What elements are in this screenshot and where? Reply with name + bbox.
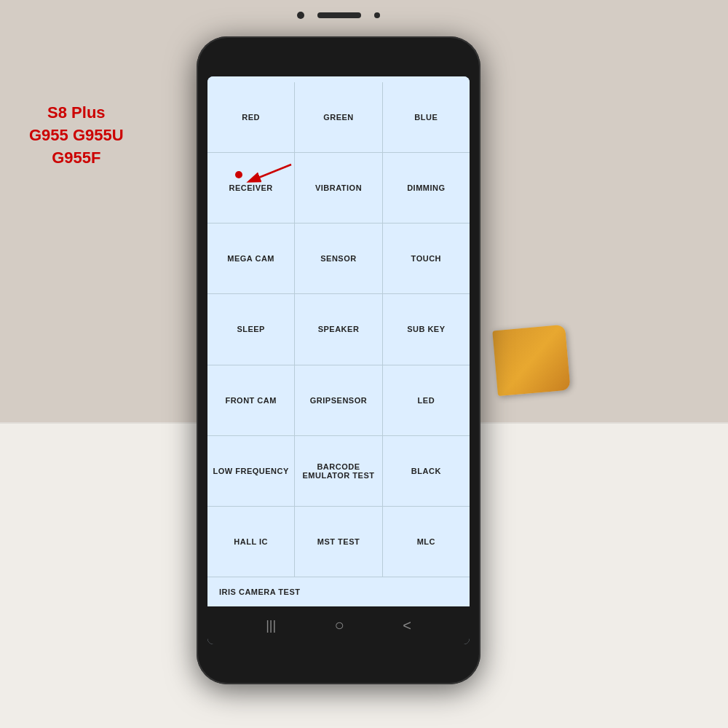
test-cell-gripsensor[interactable]: GRIPSENSOR <box>295 365 381 435</box>
flex-cable <box>492 325 570 396</box>
test-cell-black[interactable]: BLACK <box>383 436 470 506</box>
phone-top-bar <box>207 12 470 19</box>
test-grid: RED GREEN BLUE RECEIVER VIBRATION DIMMIN… <box>207 82 470 577</box>
test-cell-front-cam[interactable]: FRONT CAM <box>207 365 294 435</box>
test-cell-green[interactable]: GREEN <box>295 82 381 152</box>
annotation-line3: G955F <box>52 149 100 167</box>
test-cell-dimming[interactable]: DIMMING <box>383 153 470 223</box>
test-cell-mlc[interactable]: MLC <box>383 507 470 577</box>
recent-apps-button[interactable]: ||| <box>266 618 276 633</box>
test-cell-speaker[interactable]: SPEAKER <box>295 294 381 364</box>
svg-line-1 <box>250 165 291 181</box>
screen-content: RED GREEN BLUE RECEIVER VIBRATION DIMMIN… <box>207 76 470 606</box>
annotation-line2: G955 G955U <box>29 126 124 144</box>
test-cell-iris-camera[interactable]: IRIS CAMERA TEST <box>207 577 470 606</box>
annotation-line1: S8 Plus <box>47 103 105 122</box>
sensor-dot <box>374 12 380 18</box>
test-cell-low-frequency[interactable]: LOW FREQUENCY <box>207 436 294 506</box>
back-button[interactable]: < <box>403 617 411 634</box>
test-cell-blue[interactable]: BLUE <box>383 82 470 152</box>
home-button[interactable]: ○ <box>335 616 344 635</box>
test-cell-touch[interactable]: TOUCH <box>383 223 470 293</box>
front-camera-dot <box>297 12 304 19</box>
test-cell-hall-ic[interactable]: HALL IC <box>207 507 294 577</box>
test-cell-sub-key[interactable]: SUB KEY <box>383 294 470 364</box>
test-cell-vibration[interactable]: VIBRATION <box>295 153 381 223</box>
phone-screen: RED GREEN BLUE RECEIVER VIBRATION DIMMIN… <box>207 76 470 644</box>
test-cell-mst-test[interactable]: MST TEST <box>295 507 381 577</box>
model-annotation: S8 Plus G955 G955U G955F <box>29 102 124 169</box>
nav-bar: ||| ○ < <box>207 606 470 644</box>
test-cell-red[interactable]: RED <box>207 82 294 152</box>
test-cell-led[interactable]: LED <box>383 365 470 435</box>
test-cell-mega-cam[interactable]: MEGA CAM <box>207 223 294 293</box>
test-cell-barcode-emulator[interactable]: BARCODE EMULATOR TEST <box>295 436 381 506</box>
test-cell-sensor[interactable]: SENSOR <box>295 223 381 293</box>
test-cell-sleep[interactable]: SLEEP <box>207 294 294 364</box>
arrow-annotation <box>237 161 295 190</box>
phone-shell: RED GREEN BLUE RECEIVER VIBRATION DIMMIN… <box>197 36 480 684</box>
earpiece <box>317 12 361 18</box>
